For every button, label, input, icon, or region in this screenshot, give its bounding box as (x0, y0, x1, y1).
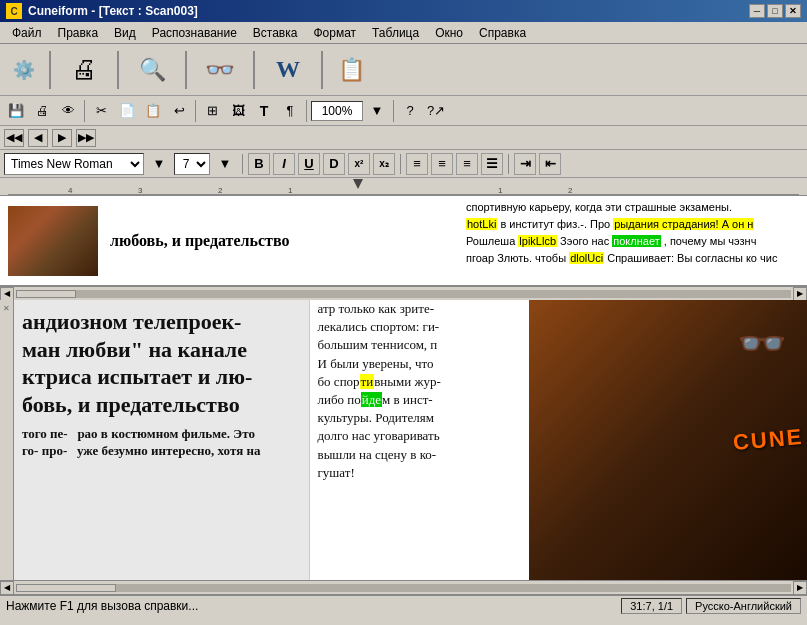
scan-text-line2: ман любви" на канале (22, 336, 301, 364)
status-language: Русско-Английский (686, 598, 801, 614)
preview-line3: Рошлеша lpikLlcb Зэого нас поклнает , по… (466, 234, 801, 249)
menu-edit[interactable]: Правка (50, 24, 107, 42)
title-bar: C Cuneiform - [Текст : Scan003] ─ □ ✕ (0, 0, 807, 22)
strikethrough-button[interactable]: D (323, 153, 345, 175)
scanner-icon: 🖨 (66, 52, 102, 88)
tool-scan-button[interactable]: 🖨 (56, 48, 112, 92)
size-select[interactable]: 7 (174, 153, 210, 175)
app-icon: C (6, 3, 22, 19)
window-controls[interactable]: ─ □ ✕ (749, 4, 801, 18)
toolbar-separator-4 (253, 51, 255, 89)
main-toolbar: ⚙️ 🖨 🔍 👓 W 📋 (0, 44, 807, 96)
menu-window[interactable]: Окно (427, 24, 471, 42)
tool-copy-button[interactable]: 📋 (328, 48, 374, 92)
nav-prev-button[interactable]: ◀ (28, 129, 48, 147)
main-scroll-right-button[interactable]: ▶ (793, 581, 807, 595)
tool-word-button[interactable]: W (260, 48, 316, 92)
image-button[interactable]: 🖼 (226, 99, 250, 123)
justify-button[interactable]: ☰ (481, 153, 503, 175)
menu-table[interactable]: Таблица (364, 24, 427, 42)
cut-button[interactable]: ✂ (89, 99, 113, 123)
word-icon: W (270, 52, 306, 88)
highlight-pry: рыдания страдания! А он н (613, 218, 754, 230)
print-button[interactable]: 🖨 (30, 99, 54, 123)
main-scroll-thumb[interactable] (16, 584, 116, 592)
menu-format[interactable]: Формат (305, 24, 364, 42)
menu-view[interactable]: Вид (106, 24, 144, 42)
preview-left-pane: любовь, и предательство (0, 196, 460, 285)
format-bar: Times New Roman Times New Roman ▼ 7 ▼ B … (0, 150, 807, 178)
preview-line1: спортивную карьеру, когда эти страшные э… (466, 200, 801, 215)
main-scroll-track[interactable] (16, 584, 791, 592)
main-content-area: ✕ андиозном телепроек- ман любви" на кан… (0, 300, 807, 580)
main-scroll-left-button[interactable]: ◀ (0, 581, 14, 595)
copy2-button[interactable]: 📄 (115, 99, 139, 123)
text-button[interactable]: T (252, 99, 276, 123)
align-center-button[interactable]: ≡ (431, 153, 453, 175)
copy-icon: 📋 (333, 52, 369, 88)
status-bar: Нажмите F1 для вызова справки... 31:7, 1… (0, 594, 807, 616)
scroll-right-button[interactable]: ▶ (793, 287, 807, 301)
para-button[interactable]: ¶ (278, 99, 302, 123)
preview-button[interactable]: 👁 (56, 99, 80, 123)
save-button[interactable]: 💾 (4, 99, 28, 123)
ruler-marker (353, 179, 363, 189)
align-left-button[interactable]: ≡ (406, 153, 428, 175)
scroll-track[interactable] (16, 290, 791, 298)
scroll-thumb[interactable] (16, 290, 76, 298)
ruler: 4 3 2 1 1 2 (0, 178, 807, 196)
highlight-sport: ти (360, 374, 375, 389)
table-button[interactable]: ⊞ (200, 99, 224, 123)
nav-first-button[interactable]: ◀◀ (4, 129, 24, 147)
menu-insert[interactable]: Вставка (245, 24, 306, 42)
nav-next-button[interactable]: ▶ (52, 129, 72, 147)
highlight-poid: йде (361, 392, 382, 407)
tool-glasses-button[interactable]: 👓 (192, 48, 248, 92)
zoom-dropdown[interactable]: ▼ (365, 99, 389, 123)
superscript-button[interactable]: x² (348, 153, 370, 175)
bold-button[interactable]: B (248, 153, 270, 175)
recognize-icon: 🔍 (134, 52, 170, 88)
scroll-left-button[interactable]: ◀ (0, 287, 14, 301)
outdent-button[interactable]: ⇤ (539, 153, 561, 175)
status-message: Нажмите F1 для вызова справки... (6, 599, 617, 613)
sep-2 (195, 100, 196, 122)
toolbar-separator-3 (185, 51, 187, 89)
scan-caption: того пе- рао в костюмном фильме. Это го-… (22, 426, 301, 460)
main-scrollbar[interactable]: ◀ ▶ (0, 580, 807, 594)
menu-recognize[interactable]: Распознавание (144, 24, 245, 42)
side-indicator: ✕ (0, 300, 14, 580)
preview-scrollbar[interactable]: ◀ ▶ (0, 286, 807, 300)
highlight-dlol: dlolUci (569, 252, 604, 264)
fmt-sep-2 (400, 154, 401, 174)
settings-icon: ⚙️ (6, 52, 42, 88)
paste-button[interactable]: 📋 (141, 99, 165, 123)
align-right-button[interactable]: ≡ (456, 153, 478, 175)
minimize-button[interactable]: ─ (749, 4, 765, 18)
help2-icon[interactable]: ?↗ (424, 99, 448, 123)
help-icon[interactable]: ? (398, 99, 422, 123)
preview-thumbnail (8, 206, 98, 276)
glasses-overlay: 👓 (737, 320, 787, 367)
subscript-button[interactable]: x₂ (373, 153, 395, 175)
title-text: Cuneiform - [Текст : Scan003] (28, 4, 198, 18)
indent-button[interactable]: ⇥ (514, 153, 536, 175)
font-dropdown-arrow[interactable]: ▼ (147, 152, 171, 176)
size-dropdown-arrow[interactable]: ▼ (213, 152, 237, 176)
close-button[interactable]: ✕ (785, 4, 801, 18)
toolbar-separator-1 (49, 51, 51, 89)
font-select[interactable]: Times New Roman (4, 153, 144, 175)
tool-recognize-button[interactable]: 🔍 (124, 48, 180, 92)
tool-settings-button[interactable]: ⚙️ (4, 48, 44, 92)
undo-button[interactable]: ↩ (167, 99, 191, 123)
status-position: 31:7, 1/1 (621, 598, 682, 614)
scan-middle-column: атр только как зрите- лекались спортом: … (309, 300, 529, 580)
zoom-level[interactable]: 100% (311, 101, 363, 121)
scan-text-line4: бовь, и предательство (22, 391, 301, 419)
underline-button[interactable]: U (298, 153, 320, 175)
menu-file[interactable]: Файл (4, 24, 50, 42)
maximize-button[interactable]: □ (767, 4, 783, 18)
nav-last-button[interactable]: ▶▶ (76, 129, 96, 147)
menu-help[interactable]: Справка (471, 24, 534, 42)
italic-button[interactable]: I (273, 153, 295, 175)
